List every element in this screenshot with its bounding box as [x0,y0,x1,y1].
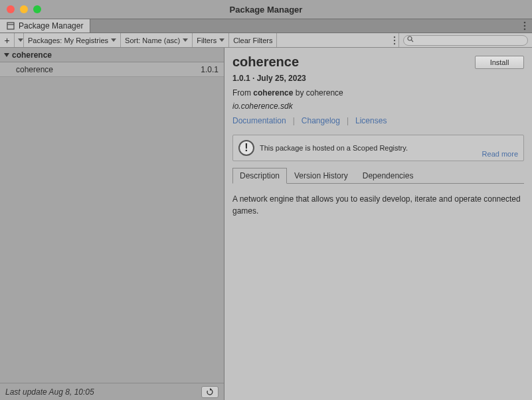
package-detail-panel: coherence Install 1.0.1 · July 25, 2023 … [224,48,532,400]
sort-dropdown[interactable]: Sort: Name (asc) [121,33,193,47]
window-title: Package Manager [0,5,532,15]
package-row[interactable]: coherence 1.0.1 [0,62,224,77]
package-group-row[interactable]: coherence [0,48,224,62]
tabs-spacer [90,19,517,33]
svg-rect-0 [7,23,14,29]
status-bar: Last update Aug 8, 10:05 [0,383,224,400]
toolbar: + Packages: My Registries Sort: Name (as… [0,33,532,48]
search-icon [407,36,414,42]
toolbar-spacer [277,33,399,47]
from-by: by coherence [293,88,343,98]
tab-description[interactable]: Description [232,168,287,184]
package-list-panel: coherence coherence 1.0.1 Last update Au… [0,48,224,400]
search-input[interactable] [403,35,528,46]
add-package-button[interactable]: + [0,33,15,47]
filters-dropdown[interactable]: Filters [193,33,229,47]
detail-tabs: Description Version History Dependencies [232,168,524,184]
install-button[interactable]: Install [475,56,524,69]
licenses-link[interactable]: Licenses [355,116,387,125]
package-title: coherence [232,54,299,70]
tab-version-history[interactable]: Version History [287,168,355,184]
documentation-link[interactable]: Documentation [232,116,286,125]
titlebar: Package Manager [0,0,532,19]
from-registry: coherence [253,88,293,98]
svg-point-7 [394,42,395,44]
svg-point-3 [524,25,526,27]
package-source: From coherence by coherence [232,88,524,98]
scoped-registry-notice: ! This package is hosted on a Scoped Reg… [232,135,524,161]
package-row-name: coherence [16,65,53,74]
toolbar-options-button[interactable] [393,36,396,45]
clear-filters-button[interactable]: Clear Filters [229,33,277,47]
scoped-registry-message: This package is hosted on a Scoped Regis… [260,144,518,152]
packages-scope-dropdown[interactable]: Packages: My Registries [24,33,121,47]
package-version-date: 1.0.1 · July 25, 2023 [232,74,524,83]
link-separator: | [293,116,295,125]
svg-point-5 [394,36,395,37]
description-text: A network engine that allows you to easi… [224,184,532,226]
window-tab-label: Package Manager [19,21,83,31]
refresh-icon [206,388,214,396]
link-separator: | [347,116,349,125]
disclosure-triangle-icon [4,53,9,57]
detail-header: coherence Install 1.0.1 · July 25, 2023 … [224,48,532,129]
window-tabs: Package Manager [0,19,532,33]
svg-point-6 [394,39,395,40]
package-links: Documentation | Changelog | Licenses [232,116,524,125]
package-list-empty-area [0,77,224,383]
window-tab-options-button[interactable] [517,19,532,33]
package-group-label: coherence [12,50,52,60]
svg-point-2 [524,22,526,24]
refresh-button[interactable] [201,386,219,398]
info-icon: ! [238,140,254,156]
status-text: Last update Aug 8, 10:05 [5,387,94,397]
add-package-dropdown[interactable] [15,33,24,47]
package-id: io.coherence.sdk [232,101,524,111]
svg-line-9 [411,40,413,42]
main-split: coherence coherence 1.0.1 Last update Au… [0,48,532,400]
package-row-version: 1.0.1 [201,65,219,74]
tab-dependencies[interactable]: Dependencies [355,168,421,184]
package-manager-icon [7,22,15,30]
changelog-link[interactable]: Changelog [302,116,340,125]
svg-point-4 [524,29,526,31]
window-tab-package-manager[interactable]: Package Manager [0,19,90,33]
search-field[interactable] [399,33,532,47]
from-prefix: From [232,88,253,98]
read-more-link[interactable]: Read more [482,150,518,158]
svg-point-8 [408,36,412,40]
